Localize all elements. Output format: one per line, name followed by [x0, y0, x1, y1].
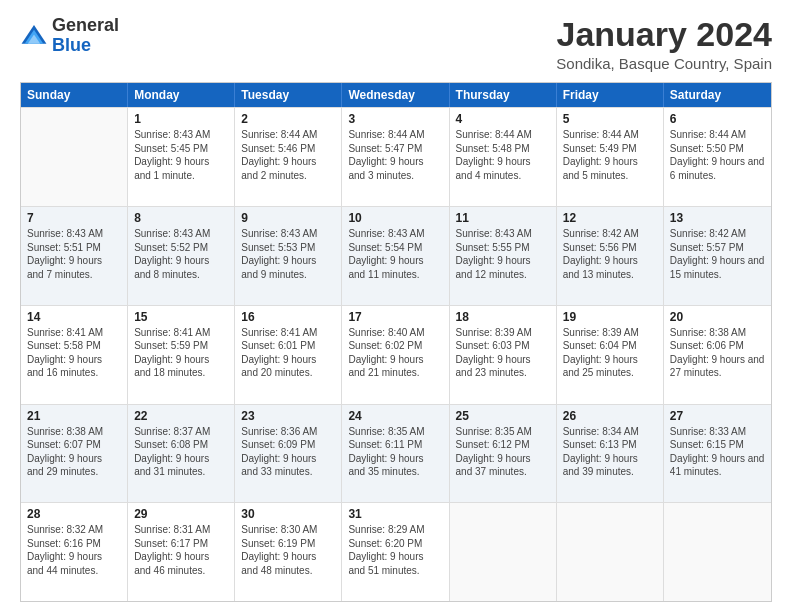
weekday-thursday: Thursday: [450, 83, 557, 107]
cell-text-4-1: Sunrise: 8:31 AMSunset: 6:17 PMDaylight:…: [134, 523, 228, 577]
day-num-2-3: 17: [348, 310, 442, 324]
cell-text-1-3: Sunrise: 8:43 AMSunset: 5:54 PMDaylight:…: [348, 227, 442, 281]
day-num-3-0: 21: [27, 409, 121, 423]
cal-cell-0-5: 5Sunrise: 8:44 AMSunset: 5:49 PMDaylight…: [557, 108, 664, 206]
weekday-friday: Friday: [557, 83, 664, 107]
cell-text-1-6: Sunrise: 8:42 AMSunset: 5:57 PMDaylight:…: [670, 227, 765, 281]
month-title: January 2024: [556, 16, 772, 53]
weekday-monday: Monday: [128, 83, 235, 107]
day-num-2-6: 20: [670, 310, 765, 324]
day-num-3-6: 27: [670, 409, 765, 423]
cell-text-2-1: Sunrise: 8:41 AMSunset: 5:59 PMDaylight:…: [134, 326, 228, 380]
cal-cell-2-6: 20Sunrise: 8:38 AMSunset: 6:06 PMDayligh…: [664, 306, 771, 404]
day-num-0-5: 5: [563, 112, 657, 126]
logo-icon: [20, 22, 48, 50]
cal-cell-1-2: 9Sunrise: 8:43 AMSunset: 5:53 PMDaylight…: [235, 207, 342, 305]
cal-cell-2-3: 17Sunrise: 8:40 AMSunset: 6:02 PMDayligh…: [342, 306, 449, 404]
cal-row-3: 21Sunrise: 8:38 AMSunset: 6:07 PMDayligh…: [21, 404, 771, 503]
day-num-1-3: 10: [348, 211, 442, 225]
logo-text: General Blue: [52, 16, 119, 56]
cal-cell-1-1: 8Sunrise: 8:43 AMSunset: 5:52 PMDaylight…: [128, 207, 235, 305]
cal-cell-0-1: 1Sunrise: 8:43 AMSunset: 5:45 PMDaylight…: [128, 108, 235, 206]
cal-cell-0-4: 4Sunrise: 8:44 AMSunset: 5:48 PMDaylight…: [450, 108, 557, 206]
day-num-4-3: 31: [348, 507, 442, 521]
day-num-1-4: 11: [456, 211, 550, 225]
cell-text-2-3: Sunrise: 8:40 AMSunset: 6:02 PMDaylight:…: [348, 326, 442, 380]
cal-row-4: 28Sunrise: 8:32 AMSunset: 6:16 PMDayligh…: [21, 502, 771, 601]
cell-text-0-6: Sunrise: 8:44 AMSunset: 5:50 PMDaylight:…: [670, 128, 765, 182]
cell-text-3-3: Sunrise: 8:35 AMSunset: 6:11 PMDaylight:…: [348, 425, 442, 479]
cal-row-1: 7Sunrise: 8:43 AMSunset: 5:51 PMDaylight…: [21, 206, 771, 305]
cal-row-2: 14Sunrise: 8:41 AMSunset: 5:58 PMDayligh…: [21, 305, 771, 404]
day-num-0-4: 4: [456, 112, 550, 126]
cell-text-1-1: Sunrise: 8:43 AMSunset: 5:52 PMDaylight:…: [134, 227, 228, 281]
cal-cell-3-3: 24Sunrise: 8:35 AMSunset: 6:11 PMDayligh…: [342, 405, 449, 503]
logo-general: General: [52, 16, 119, 36]
cal-cell-0-3: 3Sunrise: 8:44 AMSunset: 5:47 PMDaylight…: [342, 108, 449, 206]
calendar-header: Sunday Monday Tuesday Wednesday Thursday…: [21, 83, 771, 107]
day-num-0-1: 1: [134, 112, 228, 126]
cal-cell-2-1: 15Sunrise: 8:41 AMSunset: 5:59 PMDayligh…: [128, 306, 235, 404]
weekday-sunday: Sunday: [21, 83, 128, 107]
cal-cell-3-4: 25Sunrise: 8:35 AMSunset: 6:12 PMDayligh…: [450, 405, 557, 503]
day-num-3-4: 25: [456, 409, 550, 423]
day-num-3-2: 23: [241, 409, 335, 423]
day-num-1-5: 12: [563, 211, 657, 225]
cal-cell-0-6: 6Sunrise: 8:44 AMSunset: 5:50 PMDaylight…: [664, 108, 771, 206]
day-num-2-1: 15: [134, 310, 228, 324]
weekday-wednesday: Wednesday: [342, 83, 449, 107]
day-num-2-2: 16: [241, 310, 335, 324]
day-num-1-6: 13: [670, 211, 765, 225]
day-num-2-0: 14: [27, 310, 121, 324]
cell-text-1-4: Sunrise: 8:43 AMSunset: 5:55 PMDaylight:…: [456, 227, 550, 281]
cell-text-2-2: Sunrise: 8:41 AMSunset: 6:01 PMDaylight:…: [241, 326, 335, 380]
cell-text-4-0: Sunrise: 8:32 AMSunset: 6:16 PMDaylight:…: [27, 523, 121, 577]
cal-cell-2-4: 18Sunrise: 8:39 AMSunset: 6:03 PMDayligh…: [450, 306, 557, 404]
cell-text-2-5: Sunrise: 8:39 AMSunset: 6:04 PMDaylight:…: [563, 326, 657, 380]
day-num-1-2: 9: [241, 211, 335, 225]
cal-cell-2-0: 14Sunrise: 8:41 AMSunset: 5:58 PMDayligh…: [21, 306, 128, 404]
cal-cell-4-0: 28Sunrise: 8:32 AMSunset: 6:16 PMDayligh…: [21, 503, 128, 601]
day-num-0-6: 6: [670, 112, 765, 126]
day-num-0-3: 3: [348, 112, 442, 126]
cell-text-3-5: Sunrise: 8:34 AMSunset: 6:13 PMDaylight:…: [563, 425, 657, 479]
cal-row-0: 1Sunrise: 8:43 AMSunset: 5:45 PMDaylight…: [21, 107, 771, 206]
cal-cell-1-3: 10Sunrise: 8:43 AMSunset: 5:54 PMDayligh…: [342, 207, 449, 305]
day-num-0-2: 2: [241, 112, 335, 126]
cal-cell-1-0: 7Sunrise: 8:43 AMSunset: 5:51 PMDaylight…: [21, 207, 128, 305]
cell-text-3-2: Sunrise: 8:36 AMSunset: 6:09 PMDaylight:…: [241, 425, 335, 479]
cell-text-3-1: Sunrise: 8:37 AMSunset: 6:08 PMDaylight:…: [134, 425, 228, 479]
cal-cell-3-6: 27Sunrise: 8:33 AMSunset: 6:15 PMDayligh…: [664, 405, 771, 503]
cell-text-2-0: Sunrise: 8:41 AMSunset: 5:58 PMDaylight:…: [27, 326, 121, 380]
cell-text-3-4: Sunrise: 8:35 AMSunset: 6:12 PMDaylight:…: [456, 425, 550, 479]
cell-text-2-6: Sunrise: 8:38 AMSunset: 6:06 PMDaylight:…: [670, 326, 765, 380]
cell-text-0-3: Sunrise: 8:44 AMSunset: 5:47 PMDaylight:…: [348, 128, 442, 182]
cal-cell-4-2: 30Sunrise: 8:30 AMSunset: 6:19 PMDayligh…: [235, 503, 342, 601]
cell-text-0-2: Sunrise: 8:44 AMSunset: 5:46 PMDaylight:…: [241, 128, 335, 182]
cal-cell-0-2: 2Sunrise: 8:44 AMSunset: 5:46 PMDaylight…: [235, 108, 342, 206]
cell-text-1-2: Sunrise: 8:43 AMSunset: 5:53 PMDaylight:…: [241, 227, 335, 281]
cell-text-1-0: Sunrise: 8:43 AMSunset: 5:51 PMDaylight:…: [27, 227, 121, 281]
logo-blue: Blue: [52, 36, 119, 56]
logo: General Blue: [20, 16, 119, 56]
cell-text-0-4: Sunrise: 8:44 AMSunset: 5:48 PMDaylight:…: [456, 128, 550, 182]
cal-cell-1-6: 13Sunrise: 8:42 AMSunset: 5:57 PMDayligh…: [664, 207, 771, 305]
cell-text-2-4: Sunrise: 8:39 AMSunset: 6:03 PMDaylight:…: [456, 326, 550, 380]
day-num-2-4: 18: [456, 310, 550, 324]
cell-text-3-6: Sunrise: 8:33 AMSunset: 6:15 PMDaylight:…: [670, 425, 765, 479]
cal-cell-3-2: 23Sunrise: 8:36 AMSunset: 6:09 PMDayligh…: [235, 405, 342, 503]
cal-cell-4-6: [664, 503, 771, 601]
cal-cell-1-4: 11Sunrise: 8:43 AMSunset: 5:55 PMDayligh…: [450, 207, 557, 305]
page: General Blue January 2024 Sondika, Basqu…: [0, 0, 792, 612]
day-num-3-3: 24: [348, 409, 442, 423]
cell-text-3-0: Sunrise: 8:38 AMSunset: 6:07 PMDaylight:…: [27, 425, 121, 479]
cal-cell-4-4: [450, 503, 557, 601]
day-num-1-0: 7: [27, 211, 121, 225]
day-num-2-5: 19: [563, 310, 657, 324]
cal-cell-2-5: 19Sunrise: 8:39 AMSunset: 6:04 PMDayligh…: [557, 306, 664, 404]
cal-cell-4-3: 31Sunrise: 8:29 AMSunset: 6:20 PMDayligh…: [342, 503, 449, 601]
header: General Blue January 2024 Sondika, Basqu…: [20, 16, 772, 72]
cell-text-0-5: Sunrise: 8:44 AMSunset: 5:49 PMDaylight:…: [563, 128, 657, 182]
weekday-saturday: Saturday: [664, 83, 771, 107]
cal-cell-3-0: 21Sunrise: 8:38 AMSunset: 6:07 PMDayligh…: [21, 405, 128, 503]
